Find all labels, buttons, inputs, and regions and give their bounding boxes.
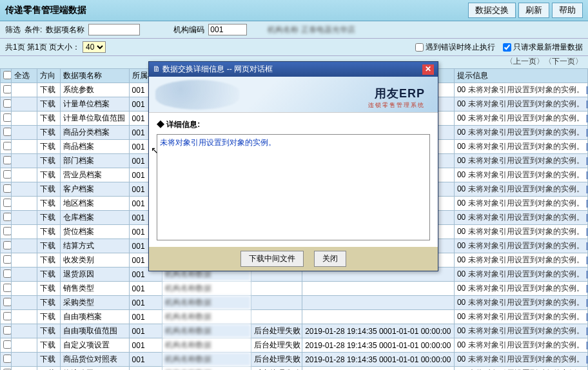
dialog-body: 详细信息: 未将对象引用设置到对象的实例。 <box>149 113 438 247</box>
detail-link[interactable]: [详细] <box>586 142 588 151</box>
cell-orgname: 机构名称数据 <box>162 367 251 371</box>
cell-state: 后台处理失败 <box>251 338 302 353</box>
row-chk[interactable] <box>3 312 11 320</box>
table-row[interactable]: 下载销售类型001机构名称数据00 未将对象引用设置到对象的实例。 [详细] <box>1 282 588 296</box>
cell-name: 收发类别 <box>61 253 129 268</box>
cell-dir: 下载 <box>37 239 61 253</box>
page-nav[interactable]: 〈上一页〉〈下一页〉 <box>505 57 583 66</box>
cell-name: 销售类型 <box>61 282 129 296</box>
cell-hint: 00 未将对象引用设置到对象的实例。 [详细] <box>454 140 587 154</box>
row-chk[interactable] <box>3 128 11 136</box>
select-all-chk[interactable] <box>3 71 11 79</box>
table-row[interactable]: 下载物流公司001机构名称数据后台处理失败2019-01-28 19:14:35… <box>1 367 588 371</box>
cell-orgname: 机构名称数据 <box>162 338 251 353</box>
detail-link[interactable]: [详细] <box>586 326 588 335</box>
detail-link[interactable]: [详细] <box>586 269 588 278</box>
row-chk[interactable] <box>3 355 11 363</box>
detail-link[interactable]: [详细] <box>586 85 588 94</box>
row-chk[interactable] <box>3 184 11 193</box>
th-dir: 方向 <box>37 69 61 83</box>
detail-link[interactable]: [详细] <box>586 312 588 321</box>
table-row[interactable]: 下载采购类型001机构名称数据00 未将对象引用设置到对象的实例。 [详细] <box>1 296 588 310</box>
cell-hint: 00 未将对象引用设置到对象的实例。 [详细] <box>454 338 587 353</box>
detail-link[interactable]: [详细] <box>586 199 588 208</box>
cell-state <box>251 296 302 310</box>
row-chk[interactable] <box>3 269 11 278</box>
org-name-blur: 机构名称 正泰电器光华店 <box>268 24 355 35</box>
stop-on-error-chk[interactable] <box>415 43 424 52</box>
cell-hint: 00 未将对象引用设置到对象的实例。 [详细] <box>454 83 587 97</box>
cell-name: 商品货位对照表 <box>61 353 129 367</box>
detail-link[interactable]: [详细] <box>586 355 588 364</box>
btn-refresh[interactable]: 刷新 <box>518 3 549 18</box>
detail-link[interactable]: [详细] <box>586 170 588 179</box>
cell-dir: 下载 <box>37 296 61 310</box>
th-checkbox[interactable] <box>1 69 12 83</box>
row-chk[interactable] <box>3 298 11 306</box>
cell-hint: 00 未将对象引用设置到对象的实例。 [详细] <box>454 324 587 338</box>
detail-link[interactable]: [详细] <box>586 156 588 165</box>
detail-link[interactable]: [详细] <box>586 241 588 250</box>
cell-state <box>251 310 302 324</box>
cond-label: 条件: <box>24 24 42 35</box>
cell-dir: 下载 <box>37 182 61 197</box>
row-chk[interactable] <box>3 156 11 164</box>
detail-link[interactable]: [详细] <box>586 213 588 222</box>
cell-dir: 下载 <box>37 282 61 296</box>
cell-hint: 00 未将对象引用设置到对象的实例。 [详细] <box>454 112 587 126</box>
detail-link[interactable]: [详细] <box>586 340 588 349</box>
detail-link[interactable]: [详细] <box>586 113 588 122</box>
detail-link[interactable]: [详细] <box>586 255 588 264</box>
row-chk[interactable] <box>3 227 11 235</box>
detail-link[interactable]: [详细] <box>586 284 588 293</box>
org-code-input[interactable] <box>208 24 247 35</box>
btn-data-exchange[interactable]: 数据交换 <box>468 3 516 18</box>
detail-link[interactable]: [详细] <box>586 99 588 108</box>
table-row[interactable]: 下载自由项档案001机构名称数据00 未将对象引用设置到对象的实例。 [详细] <box>1 310 588 324</box>
cell-name: 结算方式 <box>61 239 129 253</box>
row-chk[interactable] <box>3 255 11 264</box>
cell-orgname: 机构名称数据 <box>162 282 251 296</box>
row-chk[interactable] <box>3 340 11 349</box>
latest-only-chk[interactable] <box>503 43 511 52</box>
org-label: 机构编码 <box>173 24 204 35</box>
pagesize-select[interactable]: 40 <box>83 41 106 53</box>
table-row[interactable]: 下载自由项取值范围001机构名称数据后台处理失败2019-01-28 19:14… <box>1 324 588 338</box>
row-chk[interactable] <box>3 142 11 150</box>
row-chk[interactable] <box>3 113 11 122</box>
item-name-input[interactable] <box>88 24 140 35</box>
btn-download-intermediate[interactable]: 下载中间文件 <box>240 251 304 267</box>
cell-name: 仓库档案 <box>61 211 129 225</box>
close-icon[interactable]: ✕ <box>422 64 434 75</box>
row-chk[interactable] <box>3 99 11 108</box>
cell-org: 001 <box>129 367 162 371</box>
cell-org: 001 <box>129 296 162 310</box>
btn-help[interactable]: 帮助 <box>552 3 583 18</box>
detail-link[interactable]: [详细] <box>586 128 588 137</box>
detail-textbox: 未将对象引用设置到对象的实例。 <box>157 134 430 240</box>
row-chk[interactable] <box>3 213 11 221</box>
cell-time: 2019-01-28 19:14:35 0001-01-01 00:00:00 <box>302 338 455 353</box>
row-chk[interactable] <box>3 326 11 335</box>
row-chk[interactable] <box>3 284 11 292</box>
cell-time <box>302 310 455 324</box>
detail-link[interactable]: [详细] <box>586 227 588 236</box>
dialog-titlebar[interactable]: 🗎 数据交换详细信息 -- 网页对话框 ✕ <box>149 62 438 77</box>
detail-link[interactable]: [详细] <box>586 298 588 307</box>
row-chk[interactable] <box>3 170 11 179</box>
th-name: 数据项名称 <box>61 69 129 83</box>
stop-on-error[interactable]: 遇到错误时终止执行 <box>415 42 495 53</box>
latest-only[interactable]: 只请求最新增量数据 <box>503 42 583 53</box>
detail-link[interactable]: [详细] <box>586 184 588 193</box>
cell-dir: 下载 <box>37 112 61 126</box>
cell-dir: 下载 <box>37 310 61 324</box>
row-chk[interactable] <box>3 241 11 249</box>
table-row[interactable]: 下载商品货位对照表001机构名称数据后台处理失败2019-01-28 19:14… <box>1 353 588 367</box>
dialog-footer: 下载中间文件 关闭 <box>149 247 438 271</box>
cell-dir: 下载 <box>37 367 61 371</box>
btn-close-dialog[interactable]: 关闭 <box>314 251 346 267</box>
table-row[interactable]: 下载自定义项设置001机构名称数据后台处理失败2019-01-28 19:14:… <box>1 338 588 353</box>
cell-hint: 00 未将对象引用设置到对象的实例。 [详细] <box>454 126 587 140</box>
row-chk[interactable] <box>3 199 11 207</box>
row-chk[interactable] <box>3 85 11 93</box>
